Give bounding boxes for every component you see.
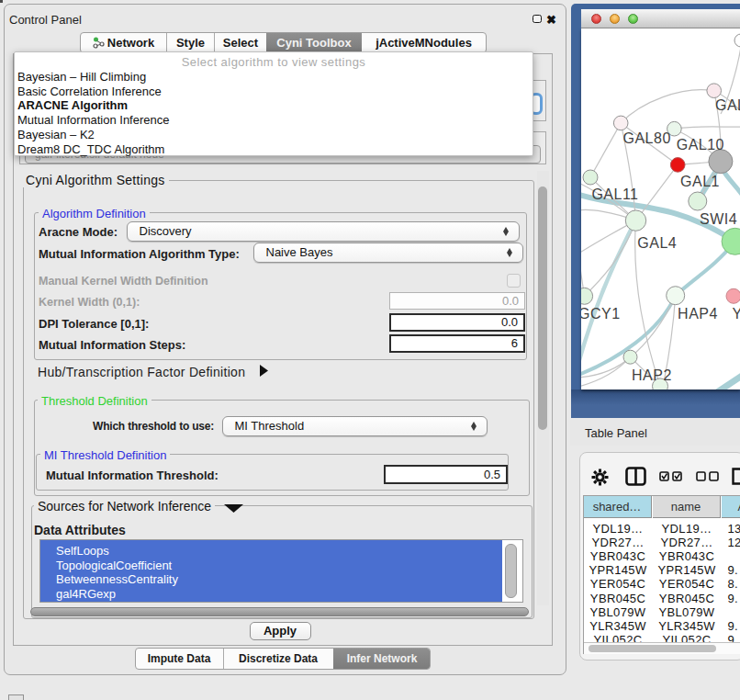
svg-text:GAL2: GAL2 (715, 97, 740, 113)
svg-text:SWI4: SWI4 (700, 211, 737, 227)
svg-text:GAL80: GAL80 (623, 130, 671, 146)
svg-text:HAP2: HAP2 (632, 367, 672, 383)
svg-text:HAP4: HAP4 (678, 306, 718, 322)
svg-text:GAL11: GAL11 (591, 186, 638, 202)
svg-text:GAL10: GAL10 (677, 137, 724, 152)
svg-text:GCY1: GCY1 (581, 306, 621, 322)
svg-text:GAL4: GAL4 (637, 235, 677, 251)
svg-text:GAL1: GAL1 (680, 174, 720, 189)
svg-text:Y: Y (733, 306, 740, 322)
